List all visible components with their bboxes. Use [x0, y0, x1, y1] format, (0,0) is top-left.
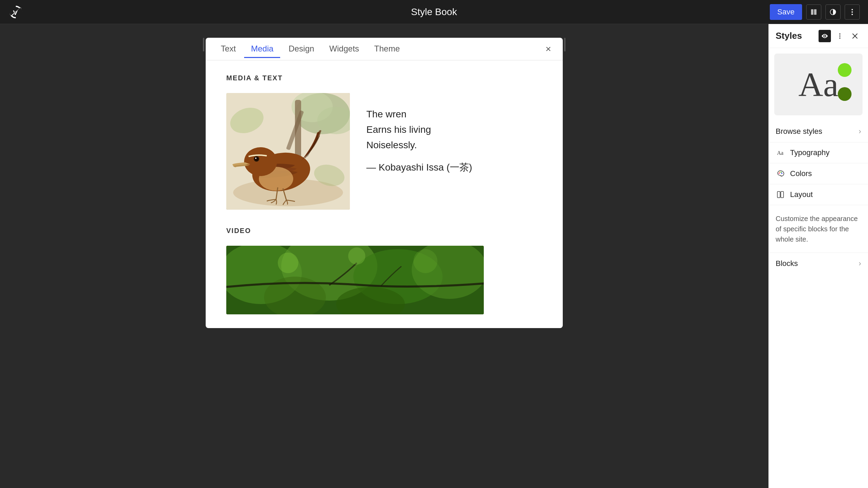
dark-green-dot [838, 87, 852, 101]
top-bar-left [8, 4, 23, 20]
layout-toggle-button[interactable] [806, 4, 821, 20]
contrast-toggle-button[interactable] [825, 4, 841, 20]
svg-rect-0 [811, 9, 813, 15]
right-resize-handle[interactable] [563, 38, 567, 51]
tab-design[interactable]: Design [282, 40, 321, 58]
ellipsis-icon [839, 33, 841, 39]
browse-styles-arrow-icon: › [859, 127, 861, 136]
top-bar: Style Book Save [0, 0, 868, 24]
blocks-nav-item[interactable]: Blocks › [769, 253, 868, 274]
more-icon [852, 9, 853, 15]
close-icon [852, 33, 858, 39]
more-options-button[interactable] [845, 4, 860, 20]
canvas-area: Text Media Design Widgets Theme × MEDIA … [0, 24, 768, 488]
right-sidebar: Styles [768, 24, 868, 488]
save-button[interactable]: Save [770, 4, 802, 20]
page-title: Style Book [411, 7, 457, 18]
bird-illustration [226, 93, 350, 210]
svg-point-41 [779, 173, 780, 174]
colors-nav-item[interactable]: Colors [769, 163, 868, 184]
browse-styles-nav-item[interactable]: Browse styles › [769, 121, 868, 142]
top-bar-actions: Save [770, 4, 860, 20]
sidebar-header: Styles [769, 24, 868, 48]
poem-line-2: Earns his living [366, 122, 542, 138]
close-style-book-button[interactable]: × [542, 43, 555, 55]
svg-point-36 [839, 35, 841, 37]
left-handle-indicator [203, 38, 204, 51]
blocks-label: Blocks [776, 259, 859, 268]
svg-rect-1 [814, 9, 816, 15]
preview-typography-text: Aa [798, 65, 838, 104]
svg-point-33 [348, 247, 365, 265]
styles-preview-card: Aa [774, 54, 863, 115]
tab-widgets[interactable]: Widgets [322, 40, 366, 58]
tab-media[interactable]: Media [244, 40, 280, 58]
svg-point-20 [255, 158, 256, 159]
left-resize-handle[interactable] [202, 38, 206, 51]
poem-line-3: Noiselessly. [366, 138, 542, 153]
media-text-section: The wren Earns his living Noiselessly. —… [226, 93, 542, 210]
svg-point-42 [779, 172, 780, 173]
tab-text[interactable]: Text [214, 40, 243, 58]
svg-rect-45 [777, 191, 780, 198]
svg-point-3 [852, 9, 853, 10]
blocks-arrow-icon: › [859, 259, 861, 268]
style-book-content: MEDIA & TEXT [206, 60, 563, 328]
svg-point-44 [781, 173, 783, 174]
style-book-tabs: Text Media Design Widgets Theme × [206, 38, 563, 60]
styles-eye-button[interactable] [819, 30, 831, 42]
styles-more-button[interactable] [834, 30, 846, 42]
main-area: Text Media Design Widgets Theme × MEDIA … [0, 24, 868, 488]
customize-description: Customize the appearance of specific blo… [769, 205, 868, 253]
layout-icon [810, 9, 817, 15]
video-thumbnail [226, 246, 484, 314]
colors-icon [776, 169, 785, 178]
svg-point-19 [254, 157, 259, 161]
video-section-label: VIDEO [226, 227, 542, 235]
svg-point-4 [852, 11, 853, 13]
wordpress-logo [8, 4, 23, 20]
svg-rect-46 [781, 191, 784, 198]
poem-line-1: The wren [366, 107, 542, 122]
typography-nav-item[interactable]: Aa Typography [769, 142, 868, 163]
video-thumbnail-svg [226, 246, 484, 314]
right-handle-indicator [564, 38, 566, 51]
colors-label: Colors [790, 169, 861, 178]
layout-label: Layout [790, 190, 861, 199]
sidebar-header-actions [819, 30, 861, 42]
bright-green-dot [838, 63, 852, 77]
media-text-section-label: MEDIA & TEXT [226, 74, 542, 82]
svg-point-43 [781, 172, 782, 173]
typography-label: Typography [790, 148, 861, 157]
poem-attribution: — Kobayashi Issa (一茶) [366, 161, 542, 174]
contrast-icon [830, 9, 836, 15]
svg-text:Aa: Aa [777, 150, 784, 156]
layout-nav-item[interactable]: Layout [769, 184, 868, 205]
svg-point-32 [278, 253, 298, 273]
svg-point-37 [839, 37, 841, 39]
typography-icon: Aa [776, 148, 785, 158]
svg-point-17 [244, 147, 277, 176]
tab-theme[interactable]: Theme [367, 40, 407, 58]
browse-styles-label: Browse styles [776, 127, 859, 136]
svg-point-5 [852, 14, 853, 15]
layout-nav-icon [776, 190, 785, 199]
style-book-panel: Text Media Design Widgets Theme × MEDIA … [206, 38, 563, 328]
bird-image [226, 93, 350, 210]
video-section: VIDEO [226, 227, 542, 314]
svg-point-35 [839, 33, 841, 35]
sidebar-close-button[interactable] [849, 30, 861, 42]
svg-point-34 [413, 249, 437, 273]
poem-text: The wren Earns his living Noiselessly. —… [366, 93, 542, 174]
sidebar-title: Styles [776, 31, 819, 41]
eye-icon [821, 33, 828, 39]
